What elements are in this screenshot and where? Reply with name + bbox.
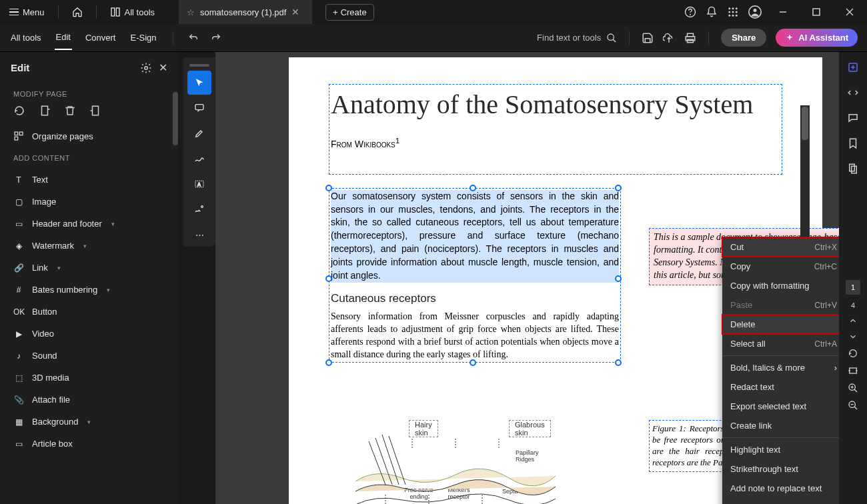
highlight-icon: [194, 128, 205, 139]
menu-item-cut[interactable]: CutCtrl+X: [722, 237, 839, 257]
apps-icon[interactable]: [727, 6, 739, 18]
sidebar-item-watermark[interactable]: ◈Watermark▾: [0, 235, 178, 257]
home-button[interactable]: [68, 4, 87, 20]
pages-panel-icon[interactable]: [847, 163, 859, 175]
svg-line-56: [854, 389, 857, 392]
selection-handle[interactable]: [470, 359, 476, 366]
sidebar-item-background[interactable]: ▦Background▾: [0, 411, 178, 433]
page-down-icon[interactable]: [848, 332, 858, 341]
swap-icon[interactable]: [847, 87, 859, 99]
document-tab[interactable]: ☆ somatosensory (1).pdf ✕: [179, 0, 312, 24]
rail-grip[interactable]: [189, 64, 209, 67]
comments-panel-icon[interactable]: [847, 112, 859, 124]
refresh-icon[interactable]: [848, 348, 858, 359]
star-icon: ☆: [187, 7, 195, 17]
zoom-in-icon[interactable]: [848, 383, 858, 393]
title-text-box[interactable]: Anatomy of the Somatosensory System From…: [329, 84, 782, 175]
close-tab-icon[interactable]: ✕: [291, 7, 299, 17]
redo-icon[interactable]: [211, 33, 221, 43]
selection-handle[interactable]: [325, 275, 332, 282]
tab-title: somatosensory (1).pdf: [200, 7, 286, 17]
menu-button[interactable]: Menu: [5, 5, 49, 20]
close-sidebar-icon[interactable]: ✕: [159, 61, 167, 74]
sidebar-item-sound[interactable]: ♪Sound: [0, 345, 178, 367]
ai-panel-icon[interactable]: [847, 61, 859, 73]
menu-item-strikethrough-text[interactable]: Strikethrough text: [722, 459, 839, 479]
scrollbar-thumb[interactable]: [802, 107, 808, 140]
comment-tool[interactable]: [187, 96, 211, 120]
undo-icon[interactable]: [188, 33, 199, 43]
upload-icon[interactable]: [663, 32, 675, 44]
organize-pages-item[interactable]: Organize pages: [0, 125, 178, 147]
item-label: Background: [32, 417, 78, 427]
selection-handle[interactable]: [615, 275, 622, 282]
sidebar-item-video[interactable]: ▶Video: [0, 323, 178, 345]
menu-item-delete[interactable]: Delete: [722, 315, 839, 334]
menu-item-add-note-to-replace-text[interactable]: Add note to replace text: [722, 479, 839, 498]
sidebar-item-header-and-footer[interactable]: ▭Header and footer▾: [0, 213, 178, 235]
minimize-button[interactable]: [771, 0, 795, 24]
menu-item-highlight-text[interactable]: Highlight text: [722, 440, 839, 459]
highlight-tool[interactable]: [187, 121, 211, 145]
close-window-button[interactable]: [838, 0, 862, 24]
divider: [629, 31, 630, 45]
sidebar-item-3d-media[interactable]: ⬚3D media: [0, 367, 178, 389]
chevron-down-icon: ▾: [111, 221, 115, 227]
account-icon[interactable]: [748, 5, 762, 19]
print-icon[interactable]: [684, 32, 696, 44]
menu-item-redact-text[interactable]: Redact text: [722, 377, 839, 397]
all-tools-button[interactable]: All tools: [106, 4, 159, 20]
bookmark-icon[interactable]: [847, 137, 859, 149]
sidebar-item-attach-file[interactable]: 📎Attach file: [0, 389, 178, 411]
menu-item-bold-italics-more[interactable]: Bold, Italics & more›: [722, 358, 839, 377]
sidebar-item-bates-numbering[interactable]: #Bates numbering▾: [0, 279, 178, 301]
find-button[interactable]: Find text or tools: [537, 33, 617, 43]
menu-item-add-note-to-text[interactable]: Add note to text: [722, 498, 839, 504]
more-tools[interactable]: ⋯: [187, 223, 211, 247]
menu-item-create-link[interactable]: Create link: [722, 416, 839, 435]
menu-item-copy[interactable]: CopyCtrl+C: [722, 257, 839, 276]
share-button[interactable]: Share: [721, 29, 766, 47]
draw-tool[interactable]: [187, 147, 211, 171]
tab-edit[interactable]: Edit: [55, 25, 72, 50]
zoom-out-icon[interactable]: [848, 400, 858, 411]
sidebar-item-link[interactable]: 🔗Link▾: [0, 257, 178, 279]
fit-width-icon[interactable]: [848, 365, 858, 376]
help-icon[interactable]: [684, 6, 696, 18]
trash-icon[interactable]: [64, 105, 76, 117]
bell-icon[interactable]: [706, 6, 718, 18]
paragraph-1[interactable]: Our somatosensory system consists of sen…: [331, 190, 619, 283]
extract-icon[interactable]: [39, 105, 51, 117]
body-text-box[interactable]: Our somatosensory system consists of sen…: [329, 188, 621, 363]
page-up-icon[interactable]: [848, 316, 858, 325]
sign-tool[interactable]: [187, 197, 211, 221]
gear-icon[interactable]: [140, 62, 152, 74]
sidebar-item-image[interactable]: ▢Image: [0, 191, 178, 213]
insert-icon[interactable]: [89, 105, 101, 117]
sidebar-item-article-box[interactable]: ▭Article box: [0, 433, 178, 455]
text-box-tool[interactable]: A: [187, 172, 211, 196]
tab-convert[interactable]: Convert: [84, 26, 117, 49]
current-page[interactable]: 1: [846, 280, 860, 295]
save-icon[interactable]: [642, 32, 654, 44]
sidebar-item-text[interactable]: TText: [0, 169, 178, 191]
rotate-icon[interactable]: [13, 105, 25, 117]
create-button[interactable]: + Create: [325, 4, 374, 21]
ai-assistant-button[interactable]: AI Assistant: [776, 29, 858, 47]
selection-handle[interactable]: [325, 185, 332, 191]
selection-handle[interactable]: [325, 359, 332, 366]
sidebar-item-button[interactable]: OKButton: [0, 301, 178, 323]
menu-item-copy-with-formatting[interactable]: Copy with formatting: [722, 276, 839, 295]
menu-item-export-selected-text[interactable]: Export selected text: [722, 397, 839, 416]
tab-esign[interactable]: E-Sign: [129, 26, 157, 49]
menu-item-select-all[interactable]: Select allCtrl+A: [722, 334, 839, 353]
selection-handle[interactable]: [470, 185, 476, 191]
svg-point-4: [728, 7, 730, 9]
sidebar-scrollbar-thumb[interactable]: [173, 92, 178, 145]
selection-handle[interactable]: [615, 359, 622, 366]
selection-handle[interactable]: [615, 185, 622, 191]
select-tool[interactable]: [187, 71, 211, 95]
maximize-button[interactable]: [804, 0, 828, 24]
document-canvas[interactable]: Anatomy of the Somatosensory System From…: [215, 52, 839, 504]
tab-all-tools[interactable]: All tools: [9, 26, 43, 49]
